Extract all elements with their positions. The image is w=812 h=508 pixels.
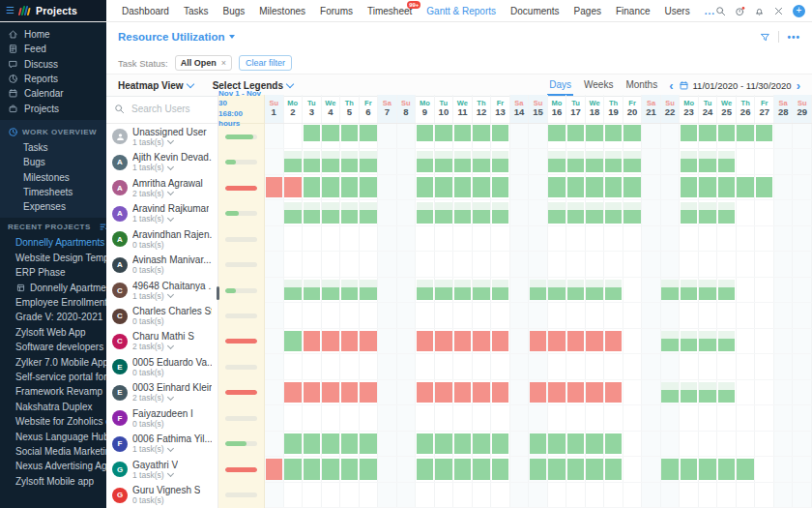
grid-cell[interactable] [624,124,643,148]
grid-cell[interactable] [491,303,510,327]
nav-item-gantt-reports[interactable]: Gantt & Reports [426,6,496,16]
grid-cell[interactable] [624,252,643,276]
grid-cell[interactable] [529,149,548,173]
grid-cell[interactable] [624,303,643,327]
grid-cell[interactable] [529,329,548,353]
grid-cell[interactable] [642,354,661,378]
user-row[interactable]: GGuru Vignesh S0 task(s) [106,483,218,508]
grid-cell[interactable] [416,149,435,173]
user-task-count[interactable]: 1 task(s) [132,470,178,480]
next-period-button[interactable]: › [797,79,800,92]
grid-cell[interactable] [624,278,643,302]
grid-cell[interactable] [284,252,304,276]
grid-cell[interactable] [529,175,548,199]
grid-cell[interactable] [340,252,360,276]
grid-cell[interactable] [604,303,624,327]
recent-project-grade-v-2020-2021[interactable]: Grade V: 2020-2021 [0,310,106,324]
grid-cell[interactable] [360,226,379,251]
grid-cell[interactable] [586,200,605,224]
grid-cell[interactable] [604,483,624,507]
timer-icon[interactable] [735,6,745,16]
recent-project-zylker-7-0-mobile-app[interactable]: Zylker 7.0 Mobile App [0,354,106,369]
grid-cell[interactable] [416,200,435,224]
user-row[interactable]: E0003 Einhard Klein2 task(s) [106,380,218,405]
nav-item-documents[interactable]: Documents [510,6,560,16]
more-options-button[interactable]: ••• [787,32,800,43]
grid-cell[interactable] [642,405,661,430]
grid-cell[interactable] [491,149,510,173]
grid-cell[interactable] [416,405,435,430]
tools-icon[interactable] [773,6,784,16]
grid-cell[interactable] [416,380,435,404]
nav-item-dashboard[interactable]: Dashboard [122,6,169,16]
grid-cell[interactable] [510,405,530,430]
grid-cell[interactable] [360,200,379,224]
grid-cell[interactable] [510,226,530,251]
grid-cell[interactable] [265,432,284,456]
grid-cell[interactable] [529,124,548,148]
nav-item-pages[interactable]: Pages [574,6,601,16]
grid-cell[interactable] [604,405,624,430]
grid-cell[interactable] [397,226,417,251]
recent-project-nakshatra-duplex[interactable]: Nakshatra Duplex [0,400,106,414]
grid-cell[interactable] [604,380,624,404]
user-task-count[interactable]: 1 task(s) [132,444,212,454]
grid-cell[interactable] [360,405,379,430]
nav-item-forums[interactable]: Forums [320,6,353,16]
grid-cell[interactable] [604,149,624,173]
grid-cell[interactable] [397,278,417,302]
grid-cell[interactable] [566,226,586,251]
grid-cell[interactable] [774,380,794,404]
grid-cell[interactable] [435,278,454,302]
grid-cell[interactable] [793,252,812,276]
grid-cell[interactable] [453,278,473,302]
grid-cell[interactable] [435,405,454,430]
grid-cell[interactable] [737,380,756,404]
grid-cell[interactable] [737,354,756,378]
nav-item-finance[interactable]: Finance [616,6,651,16]
grid-cell[interactable] [604,432,624,456]
grid-cell[interactable] [737,278,756,302]
grid-cell[interactable] [717,354,737,378]
grid-cell[interactable] [378,149,397,173]
grid-cell[interactable] [717,175,737,199]
grid-cell[interactable] [680,226,699,251]
grid-cell[interactable] [340,200,360,224]
user-task-count[interactable]: 1 task(s) [132,214,209,224]
grid-cell[interactable] [699,124,718,148]
work-overview-item-milestones[interactable]: Milestones [0,169,106,184]
grid-cell[interactable] [793,124,812,148]
grid-cell[interactable] [510,278,530,302]
grid-cell[interactable] [453,483,473,507]
grid-cell[interactable] [755,483,774,507]
grid-cell[interactable] [397,200,417,224]
recent-project-erp-phase[interactable]: ERP Phase [0,265,106,280]
work-overview-item-expenses[interactable]: Expenses [0,199,106,214]
recent-project-nexus-advertising-age[interactable]: Nexus Advertising Age [0,459,106,473]
grid-cell[interactable] [322,380,341,404]
grid-cell[interactable] [717,278,737,302]
date-range[interactable]: 11/01/2020 - 11/30/2020 [679,80,792,91]
grid-cell[interactable] [491,354,510,378]
grid-cell[interactable] [680,380,699,404]
grid-cell[interactable] [265,354,284,378]
grid-cell[interactable] [397,457,417,481]
grid-cell[interactable] [284,354,304,378]
grid-cell[interactable] [699,278,718,302]
grid-cell[interactable] [699,303,718,327]
user-row[interactable]: AAravind Rajkumar1 task(s) [106,200,218,225]
grid-cell[interactable] [435,226,454,251]
grid-cell[interactable] [473,200,492,224]
bell-icon[interactable] [754,6,765,16]
grid-cell[interactable] [473,303,492,327]
grid-cell[interactable] [661,380,681,404]
grid-cell[interactable] [453,200,473,224]
recent-project-self-service-portal-for-2[interactable]: Self-service portal for 2 [0,370,106,384]
grid-cell[interactable] [774,200,794,224]
grid-cell[interactable] [491,278,510,302]
grid-cell[interactable] [661,432,681,456]
grid-cell[interactable] [284,200,304,224]
grid-cell[interactable] [491,200,510,224]
grid-cell[interactable] [566,405,586,430]
user-task-count[interactable]: 1 task(s) [132,291,212,301]
